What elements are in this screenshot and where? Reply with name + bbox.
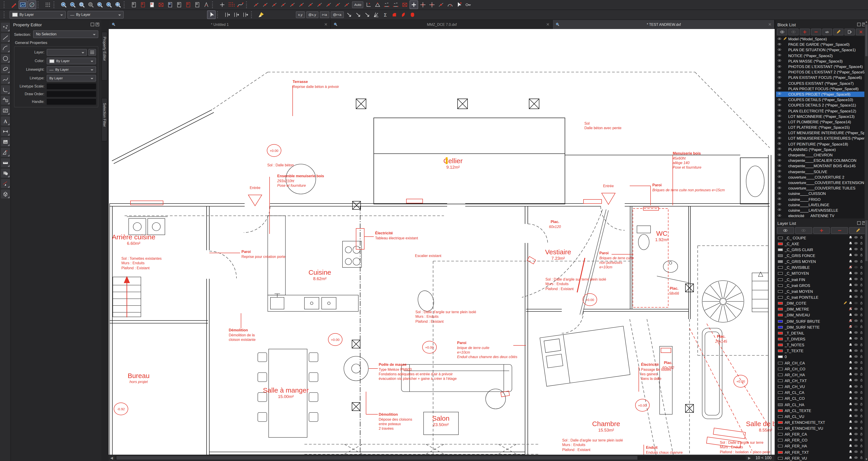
- layer-color-swatch[interactable]: [778, 278, 783, 281]
- cross-dot-icon-button[interactable]: [428, 0, 436, 9]
- pencil-red-icon-button[interactable]: [9, 0, 18, 9]
- layer-list-item[interactable]: _DIM_NIVEAU: [776, 312, 864, 318]
- eye-icon[interactable]: [777, 59, 781, 64]
- layer-color-swatch[interactable]: [778, 433, 783, 436]
- drawing-canvas[interactable]: TerrasseReprise dalle béton à prévoirSol…: [109, 29, 775, 455]
- circle-tool-button[interactable]: [1, 54, 10, 63]
- plus-box-icon-button[interactable]: [218, 0, 226, 9]
- color-field[interactable]: By Layer: [46, 58, 96, 64]
- close-tab-icon[interactable]: ✕: [768, 22, 772, 27]
- block-list-item[interactable]: COUPES DETAILS (*Paper_Space10): [776, 97, 864, 103]
- linetype-dropdown[interactable]: — By Layer: [67, 11, 124, 19]
- layer-color-swatch[interactable]: [778, 296, 783, 299]
- eye-icon[interactable]: [777, 114, 781, 119]
- block-list-item[interactable]: charpente____SOLIVE: [776, 169, 864, 174]
- layer-list-item[interactable]: _T_NOTES: [776, 342, 864, 348]
- layer-field[interactable]: [46, 49, 96, 56]
- tab-property-editor[interactable]: Property Editor: [101, 32, 107, 81]
- layer-color-swatch[interactable]: [778, 338, 783, 340]
- eye-icon[interactable]: [854, 343, 858, 347]
- printer-icon[interactable]: [848, 384, 852, 389]
- lock-icon[interactable]: [859, 408, 864, 413]
- layer-color-swatch[interactable]: [778, 362, 783, 364]
- eye-icon[interactable]: [854, 241, 858, 246]
- layer-list-item[interactable]: AR_CH_CO: [776, 366, 864, 372]
- cross-dot-icon-button[interactable]: [419, 0, 428, 9]
- layer-list-item[interactable]: _C_GRIS MOYEN: [776, 259, 864, 264]
- layer-color-swatch[interactable]: [778, 314, 783, 317]
- eye-icon[interactable]: [854, 307, 858, 312]
- sheet-icon-button[interactable]: [130, 0, 138, 9]
- block-list-item[interactable]: charpente____ESCALIER COLIMACON: [776, 158, 864, 163]
- block-list-item[interactable]: COUPES EXISTANT (*Paper_Space7): [776, 81, 864, 86]
- layer-color-swatch[interactable]: [778, 349, 783, 352]
- eye-icon[interactable]: [777, 108, 781, 113]
- eye-icon[interactable]: [777, 86, 781, 91]
- lock-icon[interactable]: [859, 354, 864, 359]
- dim12-icon-button[interactable]: [392, 0, 400, 9]
- layer-list-item[interactable]: AR_ETANCHEITE_VU: [776, 425, 864, 431]
- zoom-ext-icon-button[interactable]: [78, 0, 86, 9]
- layer-color-swatch[interactable]: [778, 421, 783, 424]
- layer-color-swatch[interactable]: [778, 290, 783, 293]
- blob3-icon-button[interactable]: [408, 10, 416, 19]
- eye-icon[interactable]: [854, 384, 858, 389]
- eye-icon[interactable]: [854, 331, 858, 336]
- eye-icon[interactable]: [854, 420, 858, 425]
- lock-icon[interactable]: [859, 414, 864, 419]
- lock-icon[interactable]: [859, 289, 864, 294]
- layer-list-item[interactable]: AR_CH_TXT: [776, 378, 864, 384]
- printer-icon[interactable]: [848, 331, 852, 336]
- printer-icon[interactable]: [848, 402, 852, 407]
- printer-icon[interactable]: [848, 408, 852, 413]
- eye-icon[interactable]: [854, 235, 858, 240]
- eye-icon[interactable]: [777, 164, 781, 169]
- eye-icon[interactable]: [854, 271, 858, 276]
- layer-color-swatch[interactable]: [778, 391, 783, 394]
- printer-icon[interactable]: [848, 235, 852, 240]
- printer-icon[interactable]: [848, 259, 852, 264]
- block-list-item[interactable]: couverture____COUVERTURE 2: [776, 174, 864, 180]
- sheet-icon-button[interactable]: [175, 0, 184, 9]
- printer-icon[interactable]: [848, 301, 852, 306]
- printer-icon[interactable]: [848, 253, 852, 258]
- snap-icon-button[interactable]: [334, 0, 342, 9]
- snap-icon-button[interactable]: [315, 0, 324, 9]
- layer-list-item[interactable]: _C_trait GROS: [776, 282, 864, 288]
- lock-icon[interactable]: [859, 456, 864, 461]
- cursor-icon-button[interactable]: [207, 10, 216, 19]
- eye-icon[interactable]: [854, 402, 858, 407]
- layer-list-item[interactable]: AR_FER_CO: [776, 437, 864, 443]
- close-tab-icon[interactable]: ✕: [546, 22, 550, 27]
- layer-list-minus-button[interactable]: [831, 227, 848, 234]
- eye-icon[interactable]: [777, 136, 781, 141]
- trim-tool-button[interactable]: [1, 179, 10, 188]
- block-list-item[interactable]: cuisine____LAVEVAISSELLE: [776, 208, 864, 213]
- lock-icon[interactable]: [859, 337, 864, 342]
- horizontal-scrollbar[interactable]: ◀ ▶ 10 < 100: [109, 455, 775, 461]
- float-panel-icon[interactable]: [857, 221, 861, 225]
- arc-tool-button[interactable]: [1, 44, 10, 53]
- shapes-tool-button[interactable]: [1, 96, 10, 105]
- block-list-minus-button[interactable]: [811, 29, 821, 35]
- document-tab[interactable]: * TEST ANDREW.dxf✕: [553, 20, 775, 29]
- eye-icon[interactable]: [854, 283, 858, 288]
- printer-icon[interactable]: [848, 319, 852, 324]
- layer-list-item[interactable]: AR_CL_VU: [776, 413, 864, 419]
- printer-icon[interactable]: [848, 271, 852, 276]
- layer-list-item[interactable]: _C_GRIS FONCE: [776, 253, 864, 259]
- lock-icon[interactable]: [859, 384, 864, 389]
- float-panel-icon[interactable]: [857, 23, 861, 26]
- scrollbar-thumb[interactable]: [117, 456, 638, 460]
- eye-icon[interactable]: [777, 42, 781, 47]
- layer-list-item[interactable]: _DIM_METRE: [776, 306, 864, 312]
- layer-color-swatch[interactable]: [778, 266, 783, 269]
- snap-icon-button[interactable]: [324, 0, 333, 9]
- sheet-icon-button[interactable]: [193, 0, 202, 9]
- toolbar-drag-handle[interactable]: [4, 11, 7, 18]
- layer-list-item[interactable]: AR_ETANCHEITE_TXT: [776, 420, 864, 425]
- layer-list-eye-button[interactable]: [777, 227, 794, 234]
- lineweight-field[interactable]: —By Layer: [46, 66, 96, 73]
- lock-icon[interactable]: [859, 343, 864, 347]
- lock-icon[interactable]: [859, 307, 864, 312]
